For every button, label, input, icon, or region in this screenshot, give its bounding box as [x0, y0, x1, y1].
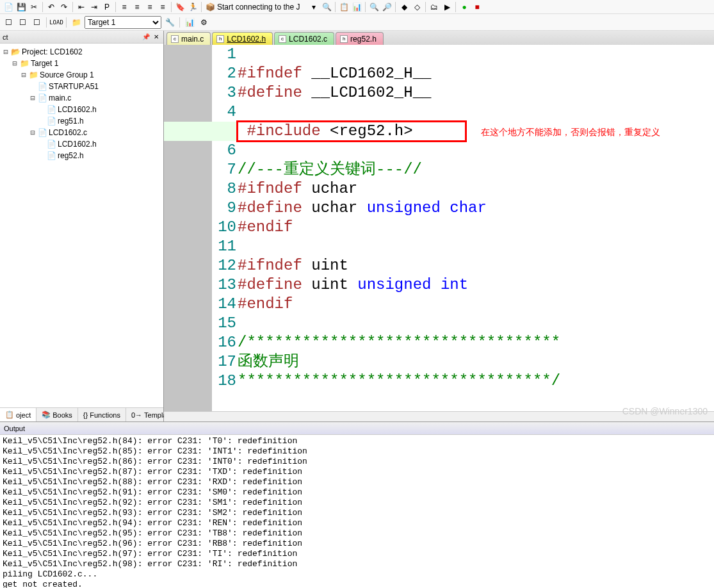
- separator: [201, 2, 202, 12]
- tree-label[interactable]: reg51.h: [58, 117, 84, 126]
- download-icon[interactable]: LOAD: [51, 17, 62, 28]
- templates-icon: 0→: [131, 411, 142, 419]
- tree-label[interactable]: reg52.h: [58, 151, 84, 160]
- tool-icon[interactable]: ⇥: [88, 1, 100, 13]
- build-all-icon[interactable]: ☐: [17, 17, 28, 28]
- tool-icon[interactable]: ↶: [45, 1, 57, 13]
- config-icon[interactable]: ⚙: [198, 17, 209, 28]
- file-tab-strip: c main.c h LCD1602.h c LCD1602.c h reg52…: [164, 31, 714, 45]
- build-icon[interactable]: ☐: [3, 17, 14, 28]
- close-icon[interactable]: ✕: [152, 33, 161, 42]
- target-select[interactable]: Target 1: [85, 16, 161, 29]
- tab-label: main.c: [181, 35, 204, 44]
- separator: [42, 2, 43, 12]
- file-icon: 📄: [46, 105, 56, 114]
- file-icon: h: [216, 35, 224, 43]
- target-icon[interactable]: 📁: [70, 17, 82, 28]
- tree-label[interactable]: LCD1602.h: [58, 105, 97, 114]
- tree-toggle[interactable]: ⊟: [28, 128, 37, 137]
- file-icon: h: [340, 35, 348, 43]
- tool-icon[interactable]: ■: [471, 1, 483, 13]
- tab-main-c[interactable]: c main.c: [166, 32, 211, 45]
- tree-label[interactable]: STARTUP.A51: [49, 82, 99, 91]
- tool-icon[interactable]: ↷: [58, 1, 70, 13]
- annotation-box: [236, 120, 467, 142]
- project-tab-icon: 📋: [5, 411, 14, 419]
- separator: [72, 2, 73, 12]
- file-icon: 📄: [37, 94, 47, 102]
- tree-label[interactable]: LCD1602.c: [49, 128, 87, 137]
- tool-icon[interactable]: 🏃: [187, 1, 199, 13]
- manage-icon[interactable]: 📊: [184, 17, 195, 28]
- tool-icon[interactable]: ≡: [144, 1, 156, 13]
- tool-icon[interactable]: ⇤: [76, 1, 87, 13]
- tab-lcd1602-h[interactable]: h LCD1602.h: [212, 32, 273, 45]
- books-icon: 📚: [42, 411, 51, 419]
- tab-reg52-h[interactable]: h reg52.h: [336, 32, 384, 45]
- tool-icon[interactable]: ◇: [411, 1, 423, 13]
- tool-icon[interactable]: 🔖: [174, 1, 186, 13]
- tree-toggle[interactable]: ⊟: [28, 94, 37, 102]
- tool-icon[interactable]: ▶: [441, 1, 453, 13]
- folder-icon: 📁: [28, 70, 38, 79]
- tool-icon[interactable]: ●: [458, 1, 470, 13]
- code-body[interactable]: 在这个地方不能添加，否则会报错，重复定义 #ifndef __LCD1602_H…: [238, 45, 714, 411]
- target-icon: 📁: [19, 59, 29, 68]
- tab-label: Books: [53, 411, 72, 419]
- tab-project[interactable]: 📋 oject: [0, 408, 37, 421]
- tree-label[interactable]: main.c: [49, 94, 71, 102]
- tool-icon[interactable]: 🗂: [428, 1, 440, 13]
- file-icon: 📄: [46, 140, 56, 149]
- output-body[interactable]: Keil_v5\C51\Inc\reg52.h(84): error C231:…: [0, 435, 714, 588]
- tool-icon[interactable]: ≡: [157, 1, 168, 13]
- file-icon: c: [171, 35, 179, 43]
- tool-icon[interactable]: ≡: [118, 1, 130, 13]
- zoom-out-icon[interactable]: 🔎: [381, 1, 393, 13]
- options-icon[interactable]: 🔧: [164, 17, 175, 28]
- file-icon: 📄: [46, 151, 56, 160]
- tool-icon[interactable]: ▾: [308, 1, 320, 13]
- tab-lcd1602-c[interactable]: c LCD1602.c: [274, 32, 334, 45]
- zoom-in-icon[interactable]: 🔍: [368, 1, 380, 13]
- separator: [179, 17, 180, 28]
- separator: [335, 2, 336, 12]
- output-header: Output: [0, 422, 714, 435]
- tool-icon[interactable]: P: [101, 1, 113, 13]
- tree-label[interactable]: Source Group 1: [40, 70, 94, 79]
- rebuild-icon[interactable]: ☐: [31, 17, 42, 28]
- tool-icon[interactable]: 💾: [15, 1, 27, 13]
- main-area: ct 📌 ✕ ⊟ 📂 Project: LCD1602 ⊟ 📁 Target 1…: [0, 31, 714, 421]
- file-icon: c: [279, 35, 286, 43]
- tool-icon[interactable]: 📦: [204, 1, 216, 13]
- tree-toggle[interactable]: ⊟: [1, 47, 10, 56]
- tree-toggle[interactable]: ⊟: [19, 70, 28, 79]
- tool-icon[interactable]: ✂: [28, 1, 40, 13]
- tool-icon[interactable]: 📊: [351, 1, 362, 13]
- tool-icon[interactable]: 📋: [338, 1, 350, 13]
- tab-functions[interactable]: {} Functions: [78, 408, 126, 421]
- line-number-gutter: 123456789101112131415161718: [212, 45, 238, 411]
- panel-header: ct 📌 ✕: [0, 31, 163, 44]
- separator: [66, 17, 67, 28]
- toolbar-row-1: 📄 💾 ✂ ↶ ↷ ⇤ ⇥ P ≡ ≡ ≡ ≡ 🔖 🏃 📦 Start conn…: [0, 0, 714, 14]
- tool-icon[interactable]: 🔍: [321, 1, 332, 13]
- tree-label[interactable]: Project: LCD1602: [22, 47, 83, 56]
- tab-books[interactable]: 📚 Books: [37, 408, 78, 421]
- tool-icon[interactable]: ≡: [131, 1, 143, 13]
- code-editor[interactable]: 123456789101112131415161718 在这个地方不能添加，否则…: [164, 45, 714, 411]
- pin-icon[interactable]: 📌: [142, 33, 150, 42]
- fold-gutter: [164, 45, 212, 411]
- file-icon: 📄: [37, 82, 47, 91]
- project-tree[interactable]: ⊟ 📂 Project: LCD1602 ⊟ 📁 Target 1 ⊟ 📁 So…: [0, 44, 163, 407]
- functions-icon: {}: [83, 411, 88, 419]
- file-icon: 📄: [46, 117, 56, 126]
- separator: [365, 2, 366, 12]
- editor-area: c main.c h LCD1602.h c LCD1602.c h reg52…: [164, 31, 714, 421]
- tree-label[interactable]: Target 1: [31, 59, 58, 68]
- connecting-text: Start connecting to the J: [217, 3, 307, 12]
- tree-label[interactable]: LCD1602.h: [58, 140, 97, 149]
- tool-icon[interactable]: ◆: [398, 1, 410, 13]
- tool-icon[interactable]: 📄: [3, 1, 14, 13]
- tree-toggle[interactable]: ⊟: [10, 59, 19, 68]
- tab-label: Functions: [90, 411, 120, 419]
